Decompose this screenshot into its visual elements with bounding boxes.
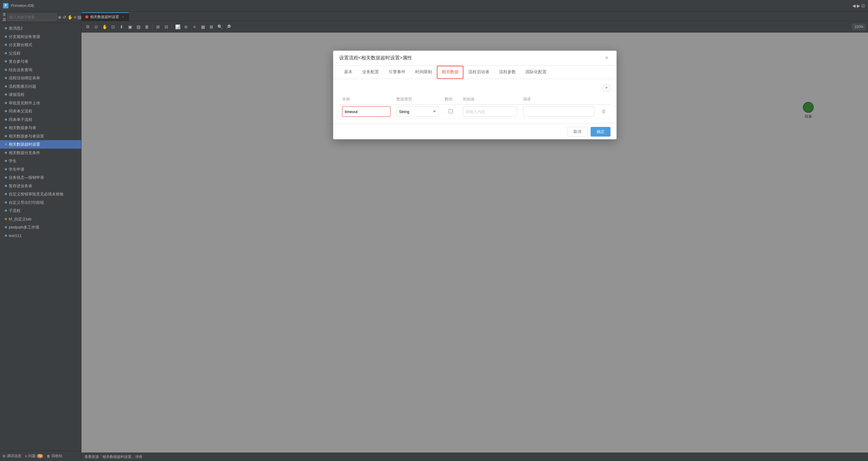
array-checkbox[interactable]	[448, 109, 453, 113]
delete-icon[interactable]: 🗑	[143, 23, 151, 31]
sidebar-item-22[interactable]: 子流程	[0, 207, 81, 215]
action-cell: 🗑	[597, 104, 611, 119]
sidebar-item-5[interactable]: 结合业务查询	[0, 66, 81, 74]
recycle-item[interactable]: 🗑 回收站	[47, 454, 62, 459]
sidebar: 资源 ⊕ ↺ ✋ ≡ ▤ 发消息2分支规则业务资源分支聚合模式父流程复合参与者结…	[0, 11, 82, 461]
debug-info-item[interactable]: ⚙ 调试信息	[2, 454, 22, 459]
add-icon[interactable]: ⊞	[154, 23, 162, 31]
tab-time-limit[interactable]: 时间限制	[410, 66, 437, 79]
sidebar-item-6[interactable]: 流程活动绑定表单	[0, 74, 81, 82]
issues-item[interactable]: ≡ 问题 72	[25, 454, 43, 459]
sidebar-item-24[interactable]: pkidpath多工作项	[0, 223, 81, 232]
app-logo: P	[3, 3, 8, 8]
sidebar-item-label-7: 流程图展示问题	[9, 84, 36, 90]
grid2-icon[interactable]: ▦	[199, 23, 207, 31]
sidebar-item-13[interactable]: 相关数据参与者设置	[0, 132, 81, 141]
nav-back-icon[interactable]: ◀	[852, 3, 856, 8]
hand-icon[interactable]: ✋	[67, 14, 73, 21]
refresh-icon[interactable]: ↺	[63, 14, 66, 21]
table-icon[interactable]: ▨	[134, 23, 142, 31]
col-header-name: 名称	[339, 94, 394, 104]
sidebar-item-dot-17	[5, 168, 7, 171]
sidebar-item-dot-3	[5, 52, 7, 54]
sidebar-item-20[interactable]: 自定义按钮审批意见必填未校验	[0, 190, 81, 198]
sidebar-item-15[interactable]: 相关数据分支条件	[0, 149, 81, 157]
paste-icon[interactable]: ⊙	[92, 23, 100, 31]
select-icon[interactable]: ⊡	[109, 23, 117, 31]
sidebar-item-23[interactable]: M_自定义tab	[0, 215, 81, 223]
sidebar-item-dot-23	[5, 218, 7, 220]
tab-icon	[85, 16, 88, 19]
sidebar-item-9[interactable]: 审批意见附件上传	[0, 99, 81, 107]
sidebar-item-dot-10	[5, 110, 7, 112]
doc-icon[interactable]: ▣	[126, 23, 134, 31]
sidebar-item-11[interactable]: 同表单子流程	[0, 116, 81, 124]
zoom-in-btn[interactable]: 🔍	[216, 23, 224, 31]
modal-footer: 取消 确定	[333, 124, 617, 139]
sidebar-item-18[interactable]: 业务状态—报销申请	[0, 173, 81, 182]
zoom-out-btn[interactable]: 🔎	[224, 23, 232, 31]
sidebar-item-4[interactable]: 复合参与者	[0, 57, 81, 66]
sidebar-item-0[interactable]: 发消息2	[0, 24, 81, 33]
sidebar-item-label-24: pkidpath多工作项	[9, 224, 39, 230]
search-input[interactable]	[7, 13, 57, 21]
sidebar-item-dot-21	[5, 202, 7, 204]
nav-forward-icon[interactable]: ▶	[857, 3, 860, 8]
window-icon[interactable]: ⊡	[861, 3, 865, 8]
zoom-in-icon[interactable]: ⊕	[58, 14, 62, 21]
delete-row-button[interactable]: 🗑	[600, 108, 608, 115]
list-icon[interactable]: ≡	[74, 14, 76, 21]
desc-input[interactable]	[523, 106, 594, 117]
sidebar-item-label-1: 分支规则业务资源	[9, 34, 40, 40]
sidebar-item-21[interactable]: 自定义导出打印按钮	[0, 198, 81, 207]
sidebar-item-label-6: 流程活动绑定表单	[9, 75, 40, 81]
hand-tool-icon[interactable]: ✋	[101, 23, 108, 31]
download-icon[interactable]: ⬇	[118, 23, 125, 31]
chart-icon[interactable]: 📊	[174, 23, 182, 31]
remove-icon[interactable]: ⊟	[162, 23, 170, 31]
col-header-action	[597, 94, 611, 104]
sidebar-item-2[interactable]: 分支聚合模式	[0, 41, 81, 49]
initial-cell	[460, 104, 520, 119]
tab-business-config[interactable]: 业务配置	[357, 66, 384, 79]
align-left-icon[interactable]: ⊜	[182, 23, 190, 31]
tab-process-params[interactable]: 流程参数	[494, 66, 521, 79]
tab-i18n-config[interactable]: 国际化配置	[521, 66, 552, 79]
sidebar-item-10[interactable]: 同表单父流程	[0, 107, 81, 116]
grid-icon[interactable]: ▤	[78, 14, 82, 21]
tab-close-button[interactable]: ×	[121, 15, 125, 19]
sidebar-item-3[interactable]: 父流程	[0, 49, 81, 58]
col-header-initial: 初始值	[460, 94, 520, 104]
resource-label: 资源	[2, 12, 6, 22]
modal-close-button[interactable]: ×	[603, 55, 611, 62]
tab-process-initiator[interactable]: 流程启动者	[463, 66, 494, 79]
tab-related-data-timeout[interactable]: 相关数据超时设置 ×	[82, 12, 129, 21]
sidebar-item-label-22: 子流程	[9, 208, 21, 214]
initial-value-input[interactable]	[463, 106, 517, 117]
sidebar-item-16[interactable]: 学生	[0, 157, 81, 165]
sidebar-item-19[interactable]: 暂存进业务表	[0, 182, 81, 190]
sidebar-item-1[interactable]: 分支规则业务资源	[0, 33, 81, 41]
modal-tabs: 基本 业务配置 引擎事件 时间限制 相关数据 流程启动者 流程参数 国际化配置	[333, 66, 617, 79]
tab-basic[interactable]: 基本	[339, 66, 357, 79]
sidebar-item-14[interactable]: 相关数据超时设置	[0, 140, 81, 149]
zoom-level[interactable]: 100%	[852, 24, 866, 30]
type-select[interactable]: String Integer Long Double Boolean Date	[397, 106, 439, 117]
sidebar-item-17[interactable]: 学生申请	[0, 165, 81, 174]
sidebar-item-7[interactable]: 流程图展示问题	[0, 82, 81, 91]
tab-related-data-modal[interactable]: 相关数据	[437, 66, 463, 79]
sidebar-item-12[interactable]: 相关数据参与者	[0, 124, 81, 132]
name-input[interactable]	[342, 106, 391, 117]
sidebar-item-25[interactable]: test111	[0, 232, 81, 240]
cancel-button[interactable]: 取消	[567, 127, 588, 136]
add-row-button[interactable]: +	[603, 84, 611, 92]
tab-engine-event[interactable]: 引擎事件	[384, 66, 410, 79]
sidebar-item-8[interactable]: 请假流程	[0, 90, 81, 99]
title-bar: P Primeton-IDE ◀ ▶ ⊡	[0, 0, 868, 11]
sidebar-item-label-25: test111	[9, 233, 22, 239]
align-center-icon[interactable]: ≡	[190, 23, 198, 31]
confirm-button[interactable]: 确定	[591, 127, 611, 136]
sidebar-item-label-20: 自定义按钮审批意见必填未校验	[9, 191, 64, 197]
expand-icon[interactable]: ⊠	[208, 23, 215, 31]
copy-icon[interactable]: ⧉	[84, 23, 92, 31]
